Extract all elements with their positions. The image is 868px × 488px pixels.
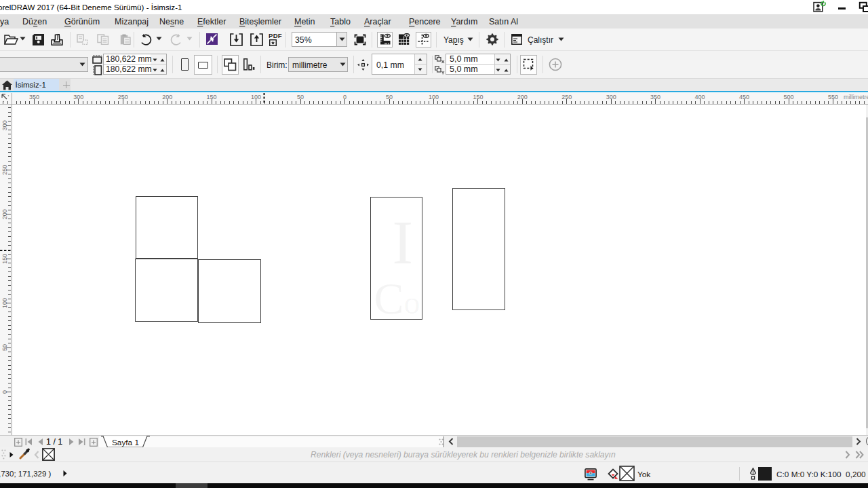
- svg-text:250: 250: [118, 94, 128, 100]
- svg-text:0: 0: [1, 390, 8, 393]
- svg-text:50: 50: [386, 94, 393, 100]
- svg-text:100: 100: [1, 298, 8, 308]
- svg-text:300: 300: [73, 94, 83, 100]
- svg-text:550: 550: [828, 94, 838, 100]
- svg-text:150: 150: [473, 94, 483, 100]
- svg-text:500: 500: [783, 94, 793, 100]
- svg-text:250: 250: [561, 94, 572, 100]
- svg-text:350: 350: [650, 94, 660, 100]
- svg-text:300: 300: [1, 120, 8, 130]
- svg-text:300: 300: [606, 94, 616, 100]
- svg-text:millimetre: millimetre: [844, 94, 868, 100]
- svg-text:200: 200: [517, 94, 528, 100]
- svg-text:150: 150: [207, 94, 217, 100]
- svg-text:100: 100: [251, 94, 261, 100]
- svg-text:0: 0: [343, 94, 347, 100]
- svg-text:150: 150: [1, 253, 8, 263]
- svg-text:400: 400: [695, 94, 705, 100]
- svg-text:450: 450: [739, 94, 749, 100]
- svg-text:100: 100: [429, 94, 439, 100]
- svg-text:200: 200: [1, 209, 8, 219]
- svg-text:350: 350: [29, 94, 39, 100]
- svg-text:50: 50: [1, 344, 8, 351]
- svg-text:250: 250: [1, 164, 8, 174]
- svg-text:200: 200: [162, 94, 172, 100]
- svg-text:50: 50: [297, 94, 304, 100]
